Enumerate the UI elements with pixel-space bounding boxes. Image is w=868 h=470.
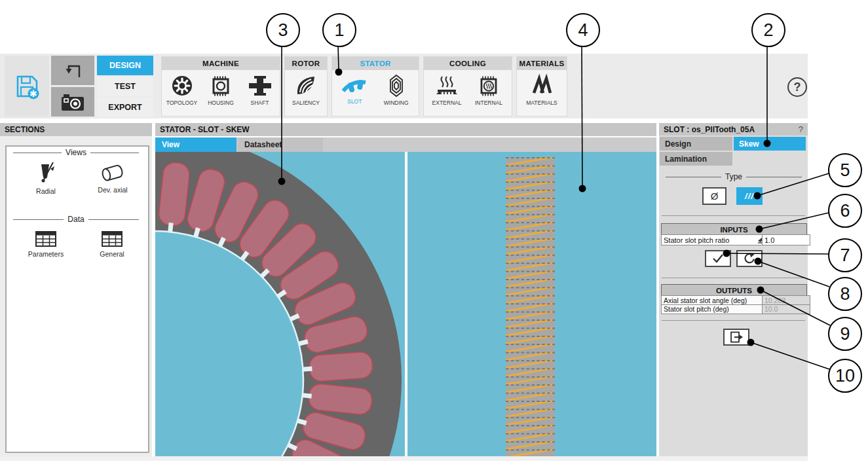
dev-axial-view-icon xyxy=(98,162,128,183)
toolbar-item-topology[interactable]: TOPOLOGY xyxy=(163,74,201,106)
output-row-label: Stator slot pitch (deg) xyxy=(661,304,768,315)
callout-6: 6 xyxy=(828,194,862,228)
input-row-label-cell: Stator slot pitch ratio xyxy=(661,234,768,245)
section-item-parameters[interactable]: Parameters xyxy=(22,230,69,258)
toolbar-item-winding[interactable]: WINDING xyxy=(377,74,415,106)
topology-icon xyxy=(170,74,194,98)
tab-view[interactable]: View xyxy=(155,137,236,152)
callout-10: 10 xyxy=(828,359,862,393)
callout-1: 1 xyxy=(322,13,356,47)
output-row-value: 10.0 xyxy=(762,304,810,315)
section-item-dev-axial[interactable]: Dev. axial xyxy=(88,162,138,194)
save-icon xyxy=(13,73,41,100)
callout-2: 2 xyxy=(751,13,785,47)
internal-cooling-icon xyxy=(477,74,500,98)
toolbar-group-stator: STATOR SLOT WINDING xyxy=(331,56,419,117)
toolbar-item-label: SLOT xyxy=(347,98,362,105)
section-item-label: Dev. axial xyxy=(98,186,127,194)
inputs-header-label: INPUTS xyxy=(720,226,747,234)
toolbar-item-internal[interactable]: INTERNAL xyxy=(470,74,508,106)
tab-datasheet[interactable]: Datasheet xyxy=(238,137,323,152)
toolbar-item-materials[interactable]: MATERIALS xyxy=(523,74,561,106)
type-skew-button[interactable]: /// xyxy=(736,187,763,205)
callout-3: 3 xyxy=(266,13,300,47)
export-icon xyxy=(729,331,744,343)
section-item-label: Parameters xyxy=(28,250,64,258)
tab-slot-design[interactable]: Design xyxy=(660,137,732,151)
callout-5: 5 xyxy=(828,153,862,187)
toolbar-item-label: INTERNAL xyxy=(475,99,502,106)
slot-icon xyxy=(341,74,368,96)
toolbar-item-label: WINDING xyxy=(384,99,409,106)
toolbar-item-label: EXTERNAL xyxy=(432,99,462,106)
toolbar-item-housing[interactable]: HOUSING xyxy=(202,74,240,106)
type-label: Type xyxy=(725,172,742,181)
section-item-label: General xyxy=(100,250,124,258)
group-label-machine: MACHINE xyxy=(162,57,280,70)
tab-slot-lamination[interactable]: Lamination xyxy=(660,152,732,166)
toolbar-item-label: MATERIALS xyxy=(526,99,557,106)
type-no-skew-button[interactable]: Ø xyxy=(702,187,726,205)
undo-button[interactable] xyxy=(51,56,94,85)
general-table-icon xyxy=(102,230,123,247)
group-label-stator: STATOR xyxy=(332,57,419,70)
toolbar-item-label: HOUSING xyxy=(208,99,234,106)
save-button[interactable] xyxy=(5,56,49,117)
undo-icon xyxy=(63,62,83,79)
type-separator: Type xyxy=(662,172,806,181)
toolbar-item-shaft[interactable]: SHAFT xyxy=(241,74,279,106)
skew-drawing xyxy=(407,152,656,456)
slot-panel-help[interactable]: ? xyxy=(799,124,803,134)
check-icon xyxy=(711,253,725,264)
divider xyxy=(662,215,805,216)
slot-panel-header: SLOT : os_PllTooth_05A ? xyxy=(659,123,808,136)
toolbar-item-label: SALIENCY xyxy=(292,99,320,106)
shaft-icon xyxy=(248,74,272,98)
input-label: Stator slot pitch ratio xyxy=(664,236,729,244)
tab-export[interactable]: EXPORT xyxy=(97,98,153,117)
group-label-rotor: ROTOR xyxy=(285,57,327,70)
skewed-slot-strip xyxy=(506,157,555,456)
tab-slot-skew[interactable]: Skew xyxy=(734,137,806,151)
no-skew-glyph: Ø xyxy=(711,190,719,202)
skew-glyph: /// xyxy=(745,191,754,201)
app-screen: DESIGN TEST EXPORT MACHINE TOPOLOGY HOUS… xyxy=(0,0,868,470)
app-bottom-strip xyxy=(0,456,808,461)
parameters-table-icon xyxy=(35,230,56,247)
tab-test[interactable]: TEST xyxy=(97,77,153,96)
saliency-icon xyxy=(294,74,318,98)
reset-button[interactable] xyxy=(736,250,763,267)
tab-design[interactable]: DESIGN xyxy=(97,56,153,75)
callout-8: 8 xyxy=(828,277,862,311)
screenshot-button[interactable] xyxy=(51,87,94,117)
toolbar-item-slot[interactable]: SLOT xyxy=(335,74,373,105)
section-item-radial[interactable]: Radial xyxy=(25,161,67,195)
winding-icon xyxy=(385,74,408,98)
callout-4: 4 xyxy=(566,13,600,47)
input-value-field[interactable] xyxy=(762,234,810,245)
toolbar-item-external[interactable]: EXTERNAL xyxy=(428,74,466,106)
toolbar-group-rotor: ROTOR SALIENCY xyxy=(284,56,328,117)
apply-button[interactable] xyxy=(705,250,731,267)
data-separator: Data xyxy=(9,215,143,224)
callout-7: 7 xyxy=(828,238,862,272)
group-label-cooling: COOLING xyxy=(424,57,512,70)
help-button[interactable]: ? xyxy=(787,77,807,97)
workspace-title: STATOR - SLOT - SKEW xyxy=(160,125,250,134)
slot-panel-title: SLOT : os_PllTooth_05A xyxy=(664,125,755,134)
workspace-tabbar: View Datasheet xyxy=(155,137,656,152)
radial-view-canvas[interactable] xyxy=(155,152,405,456)
skew-view-canvas[interactable] xyxy=(407,152,656,456)
sections-panel-header: SECTIONS xyxy=(0,123,152,136)
materials-icon xyxy=(530,74,554,98)
sections-title: SECTIONS xyxy=(5,125,45,134)
views-group-label: Views xyxy=(66,148,86,157)
section-item-general[interactable]: General xyxy=(90,230,134,258)
group-label-materials: MATERIALS xyxy=(517,57,567,70)
export-report-button[interactable] xyxy=(723,329,749,346)
help-question-mark: ? xyxy=(794,81,801,94)
toolbar-item-saliency[interactable]: SALIENCY xyxy=(287,74,325,106)
reset-icon xyxy=(743,252,756,265)
external-cooling-icon xyxy=(435,74,459,98)
divider xyxy=(662,320,805,321)
